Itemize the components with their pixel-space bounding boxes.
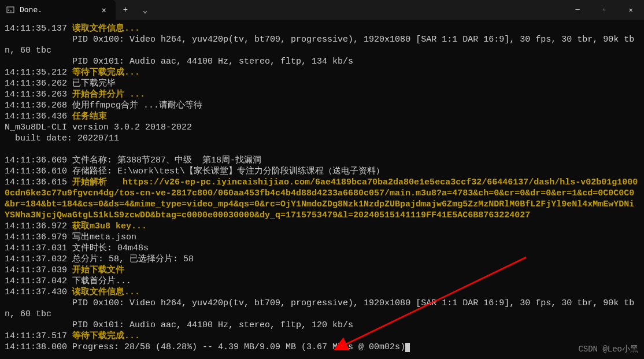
terminal-line: 14:11:36.615 开始解析 https://v26-ep-pc.iyin… bbox=[5, 177, 639, 221]
terminal-line: built date: 20220711 bbox=[5, 133, 639, 144]
terminal-line: 14:11:37.032 总分片: 58, 已选择分片: 58 bbox=[5, 254, 639, 265]
terminal-line: 14:11:35.212 等待下载完成... bbox=[5, 67, 639, 78]
terminal-line: 14:11:37.042 下载首分片... bbox=[5, 276, 639, 287]
svg-rect-0 bbox=[7, 7, 14, 13]
tab-close-button[interactable]: ✕ bbox=[98, 4, 110, 16]
terminal-line: PID 0x100: Video h264, yuv420p(tv, bt709… bbox=[5, 34, 639, 56]
terminal-line: 14:11:37.039 开始下载文件 bbox=[5, 265, 639, 276]
terminal-line: 14:11:36.609 文件名称: 第388节287、中级 第18周-找漏洞 bbox=[5, 155, 639, 166]
terminal-line: 14:11:37.430 读取文件信息... bbox=[5, 287, 639, 298]
terminal-line: 14:11:36.979 写出meta.json bbox=[5, 232, 639, 243]
terminal-line: 14:11:36.268 使用ffmpeg合并 ...请耐心等待 bbox=[5, 100, 639, 111]
window-controls: — ▫ ✕ bbox=[564, 0, 644, 20]
maximize-button[interactable]: ▫ bbox=[591, 0, 617, 20]
minimize-button[interactable]: — bbox=[564, 0, 591, 20]
cursor bbox=[405, 343, 410, 352]
terminal-line: N_m3u8DL-CLI version 3.0.2 2018-2022 bbox=[5, 122, 639, 133]
terminal-line: 14:11:35.137 读取文件信息... bbox=[5, 23, 639, 34]
terminal-line: PID 0x101: Audio aac, 44100 Hz, stereo, … bbox=[5, 320, 639, 331]
terminal-line: 14:11:37.031 文件时长: 04m48s bbox=[5, 243, 639, 254]
terminal-line: 14:11:38.000 Progress: 28/58 (48.28%) --… bbox=[5, 342, 639, 353]
terminal-line: 14:11:36.263 开始合并分片 ... bbox=[5, 89, 639, 100]
terminal-line: 14:11:36.610 存储路径: E:\work\test\【家长课堂】专注… bbox=[5, 166, 639, 177]
tab-title: Done. bbox=[20, 6, 42, 14]
titlebar: Done. ✕ + ⌄ — ▫ ✕ bbox=[0, 0, 644, 20]
terminal-line: 14:11:36.262 已下载完毕 bbox=[5, 78, 639, 89]
terminal-line: PID 0x100: Video h264, yuv420p(tv, bt709… bbox=[5, 298, 639, 320]
terminal-line: PID 0x101: Audio aac, 44100 Hz, stereo, … bbox=[5, 56, 639, 67]
terminal-line bbox=[5, 144, 639, 155]
new-tab-button[interactable]: + bbox=[116, 0, 135, 20]
terminal-line: 14:11:37.517 等待下载完成... bbox=[5, 331, 639, 342]
terminal-line: 14:11:36.972 获取m3u8 key... bbox=[5, 221, 639, 232]
terminal-line: 14:11:36.436 任务结束 bbox=[5, 111, 639, 122]
terminal-output[interactable]: 14:11:35.137 读取文件信息... PID 0x100: Video … bbox=[0, 20, 644, 356]
terminal-icon bbox=[6, 5, 15, 14]
tab-dropdown-button[interactable]: ⌄ bbox=[135, 0, 155, 20]
active-tab[interactable]: Done. ✕ bbox=[0, 0, 116, 20]
watermark: CSDN @Leo小黑 bbox=[578, 344, 638, 354]
close-button[interactable]: ✕ bbox=[617, 0, 644, 20]
